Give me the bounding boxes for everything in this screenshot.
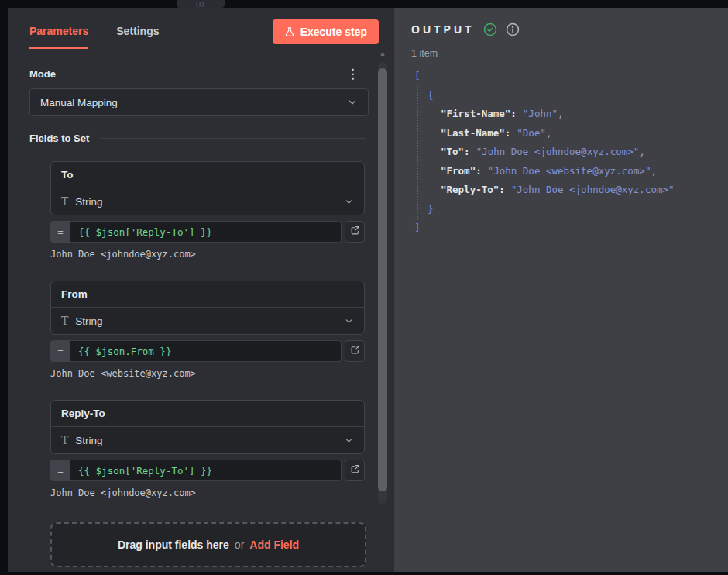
chevron-down-icon bbox=[344, 436, 354, 446]
section-divider bbox=[100, 138, 366, 139]
mode-select[interactable]: Manual Mapping bbox=[29, 88, 369, 116]
drag-input-fields-area[interactable]: Drag input fields here or Add Field bbox=[50, 522, 366, 567]
expression-input[interactable]: {{ $json.From }} bbox=[70, 340, 342, 362]
expression-text: {{ $json.From }} bbox=[78, 346, 171, 357]
expression-text: {{ $json['Reply-To'] }} bbox=[78, 465, 212, 477]
drag-fields-text: Drag input fields here bbox=[118, 539, 229, 551]
json-comma: , bbox=[546, 127, 552, 139]
expression-equals-toggle[interactable]: = bbox=[50, 221, 70, 243]
json-open-bracket: [ bbox=[414, 67, 728, 86]
json-key: "First-Name": bbox=[441, 108, 517, 119]
field-type-select[interactable]: T String bbox=[51, 427, 364, 453]
top-drag-bar: ||| bbox=[0, 0, 728, 8]
expression-input[interactable]: {{ $json['Reply-To'] }} bbox=[70, 460, 342, 481]
json-close-bracket: ] bbox=[414, 219, 728, 238]
expand-icon bbox=[350, 344, 360, 358]
field-type-value: String bbox=[75, 196, 102, 208]
json-row: "First-Name":"John", bbox=[441, 105, 728, 124]
expression-row: = {{ $json.From }} bbox=[50, 340, 365, 362]
json-key: "Last-Name": bbox=[441, 127, 510, 139]
field-name[interactable]: From bbox=[51, 281, 364, 308]
output-header: OUTPUT bbox=[394, 8, 728, 36]
expression-text: {{ $json['Reply-To'] }} bbox=[78, 226, 212, 238]
node-details-view: ||| Parameters Settings Execute step Mod… bbox=[0, 0, 728, 575]
field-block-to: To T String = {{ $json['Reply-To'] }} bbox=[50, 161, 365, 260]
field-block-reply-to: Reply-To T String = {{ $json['Reply-To']… bbox=[50, 400, 365, 499]
json-row: "From":"John Doe <website@xyz.com>", bbox=[441, 162, 728, 181]
scroll-up-arrow-icon[interactable]: ▲ bbox=[377, 48, 388, 60]
open-expression-editor-button[interactable] bbox=[345, 340, 365, 362]
fields-section-header: Fields to Set bbox=[22, 132, 369, 144]
scrollbar-thumb[interactable] bbox=[378, 68, 387, 491]
panel-drag-handle[interactable]: ||| bbox=[177, 0, 225, 8]
json-value: "John" bbox=[523, 108, 558, 119]
panel-header: Parameters Settings Execute step bbox=[8, 8, 394, 56]
fields-section-label: Fields to Set bbox=[29, 133, 89, 144]
json-open-brace: { bbox=[428, 86, 728, 105]
json-key: "To": bbox=[441, 146, 470, 157]
open-expression-editor-button[interactable] bbox=[345, 221, 365, 243]
field-type-select[interactable]: T String bbox=[51, 308, 364, 334]
json-array-level: { "First-Name":"John", "Last-Name":"Doe"… bbox=[417, 86, 728, 219]
scrollbar: ▲ bbox=[377, 48, 388, 504]
parameters-panel: Parameters Settings Execute step Mode ⋮ … bbox=[8, 8, 394, 572]
expression-row: = {{ $json['Reply-To'] }} bbox=[50, 221, 365, 243]
json-row: "To":"John Doe <johndoe@xyz.com>", bbox=[441, 143, 728, 162]
field-card: From T String bbox=[50, 281, 365, 335]
json-value: "John Doe <johndoe@xyz.com>" bbox=[476, 146, 640, 157]
expand-icon bbox=[350, 225, 360, 239]
success-check-icon bbox=[483, 22, 497, 36]
open-expression-editor-button[interactable] bbox=[345, 460, 365, 481]
output-panel: OUTPUT 1 item [ { "First-Name":"John", "… bbox=[394, 8, 728, 572]
json-comma: , bbox=[558, 108, 564, 119]
add-field-link[interactable]: Add Field bbox=[249, 539, 299, 551]
json-output: [ { "First-Name":"John", "Last-Name":"Do… bbox=[414, 67, 728, 238]
execute-step-label: Execute step bbox=[300, 26, 367, 38]
kebab-menu-icon[interactable]: ⋮ bbox=[346, 67, 359, 81]
string-type-icon: T bbox=[61, 195, 68, 208]
field-type-select[interactable]: T String bbox=[51, 188, 364, 215]
info-icon[interactable] bbox=[506, 22, 520, 36]
execute-step-button[interactable]: Execute step bbox=[273, 19, 379, 44]
json-key: "From": bbox=[441, 165, 482, 177]
field-block-from: From T String = {{ $json.From }} bbox=[50, 281, 365, 380]
parameters-content: Mode ⋮ Manual Mapping Fields to Set To T bbox=[22, 56, 369, 567]
string-type-icon: T bbox=[61, 315, 68, 327]
tab-parameters[interactable]: Parameters bbox=[29, 25, 88, 49]
json-comma: , bbox=[639, 146, 645, 157]
chevron-down-icon bbox=[344, 316, 354, 326]
string-type-icon: T bbox=[61, 434, 68, 446]
field-name[interactable]: To bbox=[51, 162, 364, 188]
output-title: OUTPUT bbox=[411, 23, 475, 36]
field-card: To T String bbox=[50, 161, 365, 215]
mode-select-value: Manual Mapping bbox=[40, 97, 118, 108]
json-row: "Last-Name":"Doe", bbox=[441, 124, 728, 143]
json-row: "Reply-To":"John Doe <johndoe@xyz.com>" bbox=[441, 181, 728, 200]
json-object-level: "First-Name":"John", "Last-Name":"Doe", … bbox=[431, 105, 728, 200]
expression-equals-toggle[interactable]: = bbox=[50, 460, 70, 481]
expression-result-preview: John Doe <website@xyz.com> bbox=[50, 368, 365, 380]
json-value: "John Doe <johndoe@xyz.com>" bbox=[511, 184, 675, 195]
tab-settings[interactable]: Settings bbox=[116, 25, 159, 49]
json-close-brace: } bbox=[428, 200, 728, 219]
expand-icon bbox=[350, 463, 360, 477]
json-value: "Doe" bbox=[517, 127, 546, 139]
expression-result-preview: John Doe <johndoe@xyz.com> bbox=[50, 249, 365, 260]
or-text: or bbox=[235, 539, 244, 551]
expression-equals-toggle[interactable]: = bbox=[50, 340, 70, 362]
mode-label: Mode bbox=[29, 68, 56, 80]
chevron-down-icon bbox=[344, 197, 354, 207]
json-comma: , bbox=[651, 165, 657, 177]
flask-icon bbox=[284, 26, 295, 37]
field-card: Reply-To T String bbox=[50, 400, 365, 454]
expression-result-preview: John Doe <johndoe@xyz.com> bbox=[50, 487, 365, 499]
field-name[interactable]: Reply-To bbox=[51, 401, 364, 427]
expression-input[interactable]: {{ $json['Reply-To'] }} bbox=[70, 221, 342, 243]
chevron-down-icon bbox=[347, 97, 358, 108]
field-type-value: String bbox=[75, 435, 102, 446]
field-type-value: String bbox=[75, 315, 102, 327]
item-count: 1 item bbox=[411, 48, 728, 59]
grip-icon: ||| bbox=[196, 1, 205, 7]
expression-row: = {{ $json['Reply-To'] }} bbox=[50, 460, 365, 481]
json-key: "Reply-To": bbox=[441, 184, 505, 195]
